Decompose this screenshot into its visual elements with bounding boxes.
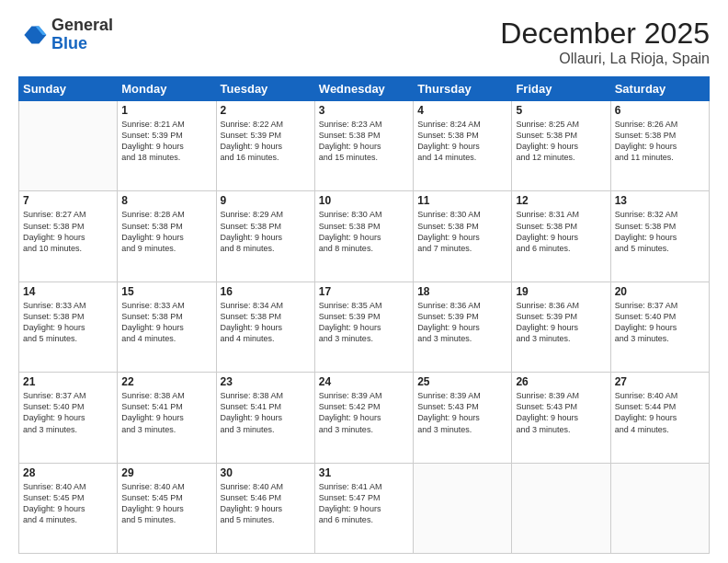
day-info: Sunrise: 8:24 AMSunset: 5:38 PMDaylight:… [417, 119, 507, 164]
calendar-cell: 13Sunrise: 8:32 AMSunset: 5:38 PMDayligh… [610, 191, 709, 282]
day-info: Sunrise: 8:31 AMSunset: 5:38 PMDaylight:… [516, 209, 606, 254]
day-number: 18 [417, 285, 507, 298]
day-number: 24 [319, 375, 409, 388]
page: General Blue December 2025 Ollauri, La R… [0, 0, 728, 563]
day-info: Sunrise: 8:25 AMSunset: 5:38 PMDaylight:… [516, 119, 606, 164]
calendar-cell: 22Sunrise: 8:38 AMSunset: 5:41 PMDayligh… [118, 373, 216, 463]
week-row-2: 7Sunrise: 8:27 AMSunset: 5:38 PMDaylight… [19, 191, 710, 282]
day-number: 26 [516, 375, 606, 388]
month-title: December 2025 [500, 17, 710, 51]
day-info: Sunrise: 8:40 AMSunset: 5:45 PMDaylight:… [121, 481, 211, 526]
calendar-cell: 1Sunrise: 8:21 AMSunset: 5:39 PMDaylight… [118, 101, 216, 191]
location-title: Ollauri, La Rioja, Spain [500, 51, 710, 67]
day-info: Sunrise: 8:40 AMSunset: 5:44 PMDaylight:… [615, 390, 705, 435]
calendar-cell: 15Sunrise: 8:33 AMSunset: 5:38 PMDayligh… [118, 282, 216, 372]
day-number: 22 [121, 375, 211, 388]
calendar-cell [610, 463, 709, 553]
day-info: Sunrise: 8:33 AMSunset: 5:38 PMDaylight:… [121, 300, 211, 345]
week-row-1: 1Sunrise: 8:21 AMSunset: 5:39 PMDaylight… [19, 101, 710, 191]
title-block: December 2025 Ollauri, La Rioja, Spain [500, 17, 710, 67]
day-info: Sunrise: 8:37 AMSunset: 5:40 PMDaylight:… [615, 300, 705, 345]
calendar-cell: 23Sunrise: 8:38 AMSunset: 5:41 PMDayligh… [216, 373, 314, 463]
calendar-cell: 2Sunrise: 8:22 AMSunset: 5:39 PMDaylight… [216, 101, 314, 191]
calendar-cell: 28Sunrise: 8:40 AMSunset: 5:45 PMDayligh… [19, 463, 118, 553]
day-info: Sunrise: 8:41 AMSunset: 5:47 PMDaylight:… [319, 481, 409, 526]
day-number: 11 [417, 194, 507, 207]
day-number: 6 [615, 104, 705, 117]
day-info: Sunrise: 8:39 AMSunset: 5:43 PMDaylight:… [417, 390, 507, 435]
weekday-header-row: SundayMondayTuesdayWednesdayThursdayFrid… [19, 77, 710, 101]
day-number: 12 [516, 194, 606, 207]
calendar-cell: 5Sunrise: 8:25 AMSunset: 5:38 PMDaylight… [512, 101, 610, 191]
day-info: Sunrise: 8:22 AMSunset: 5:39 PMDaylight:… [221, 119, 311, 164]
calendar-cell: 7Sunrise: 8:27 AMSunset: 5:38 PMDaylight… [19, 191, 118, 282]
calendar-cell: 21Sunrise: 8:37 AMSunset: 5:40 PMDayligh… [19, 373, 118, 463]
day-info: Sunrise: 8:36 AMSunset: 5:39 PMDaylight:… [417, 300, 507, 345]
day-number: 13 [615, 194, 705, 207]
day-number: 9 [221, 194, 311, 207]
day-number: 5 [516, 104, 606, 117]
day-number: 28 [23, 466, 113, 479]
weekday-header-tuesday: Tuesday [216, 77, 314, 101]
day-info: Sunrise: 8:38 AMSunset: 5:41 PMDaylight:… [121, 390, 211, 435]
logo-general-text: General [51, 17, 113, 35]
weekday-header-saturday: Saturday [610, 77, 709, 101]
calendar-cell: 14Sunrise: 8:33 AMSunset: 5:38 PMDayligh… [19, 282, 118, 372]
day-number: 27 [615, 375, 705, 388]
day-number: 29 [121, 466, 211, 479]
day-number: 1 [121, 104, 211, 117]
calendar-table: SundayMondayTuesdayWednesdayThursdayFrid… [18, 76, 710, 554]
day-number: 7 [23, 194, 113, 207]
calendar-cell: 6Sunrise: 8:26 AMSunset: 5:38 PMDaylight… [610, 101, 709, 191]
calendar-cell: 20Sunrise: 8:37 AMSunset: 5:40 PMDayligh… [610, 282, 709, 372]
day-number: 25 [417, 375, 507, 388]
day-number: 17 [319, 285, 409, 298]
weekday-header-friday: Friday [512, 77, 610, 101]
week-row-3: 14Sunrise: 8:33 AMSunset: 5:38 PMDayligh… [19, 282, 710, 372]
logo-text: General Blue [51, 17, 113, 53]
calendar-cell: 3Sunrise: 8:23 AMSunset: 5:38 PMDaylight… [314, 101, 413, 191]
week-row-5: 28Sunrise: 8:40 AMSunset: 5:45 PMDayligh… [19, 463, 710, 553]
calendar-cell: 30Sunrise: 8:40 AMSunset: 5:46 PMDayligh… [216, 463, 314, 553]
calendar-cell: 25Sunrise: 8:39 AMSunset: 5:43 PMDayligh… [414, 373, 512, 463]
day-info: Sunrise: 8:27 AMSunset: 5:38 PMDaylight:… [23, 209, 113, 254]
calendar-cell: 19Sunrise: 8:36 AMSunset: 5:39 PMDayligh… [512, 282, 610, 372]
day-info: Sunrise: 8:23 AMSunset: 5:38 PMDaylight:… [319, 119, 409, 164]
day-info: Sunrise: 8:32 AMSunset: 5:38 PMDaylight:… [615, 209, 705, 254]
day-number: 4 [417, 104, 507, 117]
day-info: Sunrise: 8:26 AMSunset: 5:38 PMDaylight:… [615, 119, 705, 164]
day-info: Sunrise: 8:29 AMSunset: 5:38 PMDaylight:… [221, 209, 311, 254]
day-info: Sunrise: 8:21 AMSunset: 5:39 PMDaylight:… [121, 119, 211, 164]
day-info: Sunrise: 8:30 AMSunset: 5:38 PMDaylight:… [319, 209, 409, 254]
calendar-cell [414, 463, 512, 553]
day-info: Sunrise: 8:35 AMSunset: 5:39 PMDaylight:… [319, 300, 409, 345]
week-row-4: 21Sunrise: 8:37 AMSunset: 5:40 PMDayligh… [19, 373, 710, 463]
day-number: 16 [221, 285, 311, 298]
calendar-cell: 29Sunrise: 8:40 AMSunset: 5:45 PMDayligh… [118, 463, 216, 553]
day-info: Sunrise: 8:40 AMSunset: 5:45 PMDaylight:… [23, 481, 113, 526]
calendar-cell: 26Sunrise: 8:39 AMSunset: 5:43 PMDayligh… [512, 373, 610, 463]
weekday-header-wednesday: Wednesday [314, 77, 413, 101]
day-info: Sunrise: 8:36 AMSunset: 5:39 PMDaylight:… [516, 300, 606, 345]
calendar-cell: 16Sunrise: 8:34 AMSunset: 5:38 PMDayligh… [216, 282, 314, 372]
logo-icon [18, 20, 48, 50]
calendar-cell: 17Sunrise: 8:35 AMSunset: 5:39 PMDayligh… [314, 282, 413, 372]
day-number: 8 [121, 194, 211, 207]
day-number: 31 [319, 466, 409, 479]
day-number: 21 [23, 375, 113, 388]
day-number: 20 [615, 285, 705, 298]
day-number: 3 [319, 104, 409, 117]
day-info: Sunrise: 8:34 AMSunset: 5:38 PMDaylight:… [221, 300, 311, 345]
day-info: Sunrise: 8:33 AMSunset: 5:38 PMDaylight:… [23, 300, 113, 345]
calendar-cell [512, 463, 610, 553]
day-number: 14 [23, 285, 113, 298]
calendar-cell [19, 101, 118, 191]
calendar-cell: 8Sunrise: 8:28 AMSunset: 5:38 PMDaylight… [118, 191, 216, 282]
weekday-header-sunday: Sunday [19, 77, 118, 101]
day-number: 23 [221, 375, 311, 388]
day-number: 10 [319, 194, 409, 207]
weekday-header-thursday: Thursday [414, 77, 512, 101]
calendar-cell: 4Sunrise: 8:24 AMSunset: 5:38 PMDaylight… [414, 101, 512, 191]
calendar-cell: 31Sunrise: 8:41 AMSunset: 5:47 PMDayligh… [314, 463, 413, 553]
calendar-cell: 9Sunrise: 8:29 AMSunset: 5:38 PMDaylight… [216, 191, 314, 282]
